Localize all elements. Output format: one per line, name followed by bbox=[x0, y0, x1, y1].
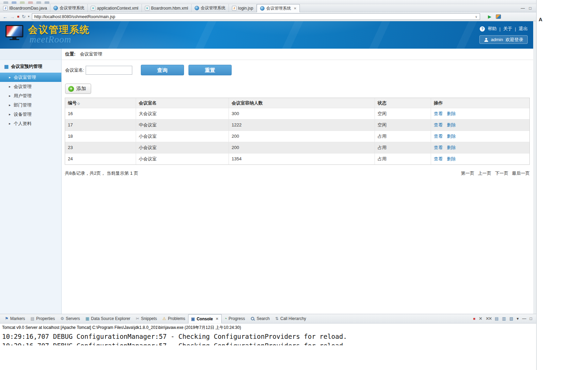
stray-label: A bbox=[539, 16, 542, 22]
browser-toolbar: ← → ■ ↻ ▾ ∨ ▶ bbox=[0, 12, 536, 21]
logout-link[interactable]: 退出 bbox=[519, 26, 528, 32]
view-link[interactable]: 查看 bbox=[434, 134, 443, 139]
delete-link[interactable]: 删除 bbox=[447, 111, 456, 116]
remove-all-launches-icon[interactable]: ✕✕ bbox=[486, 316, 491, 321]
view-link[interactable]: 查看 bbox=[434, 122, 443, 127]
breadcrumb-value: 会议室管理 bbox=[80, 51, 102, 57]
reset-button[interactable]: 重置 bbox=[188, 65, 232, 75]
close-icon[interactable]: ✕ bbox=[216, 317, 218, 321]
back-icon[interactable]: ← bbox=[3, 14, 8, 19]
view-link[interactable]: 查看 bbox=[434, 145, 443, 150]
room-name-label: 会议室名: bbox=[65, 67, 84, 73]
help-link[interactable]: 帮助 bbox=[488, 26, 497, 32]
tab-search[interactable]: Search bbox=[248, 314, 272, 323]
cell-id: 18 bbox=[65, 131, 136, 142]
refresh-icon[interactable]: ↻ bbox=[22, 14, 26, 19]
go-icon[interactable]: ▶ bbox=[488, 14, 491, 19]
nav-separator: | bbox=[515, 26, 516, 32]
minimize-icon[interactable]: — bbox=[521, 6, 525, 11]
view-maximize-icon[interactable]: □ bbox=[530, 316, 532, 321]
close-icon[interactable]: ✕ bbox=[294, 7, 296, 10]
cell-operations: 查看删除 bbox=[431, 153, 529, 164]
sidebar-item-device-mgmt[interactable]: ▸ 设备管理 bbox=[0, 110, 61, 119]
maximize-icon[interactable]: □ bbox=[529, 6, 531, 11]
sidebar-item-label: 用户管理 bbox=[14, 93, 32, 98]
view-minimize-icon[interactable]: — bbox=[522, 316, 526, 321]
table-row: 24 小会议室 1354 占用 查看删除 bbox=[65, 153, 529, 164]
cell-room-name: 小会议室 bbox=[136, 131, 229, 142]
eclipse-window: J IBoardroomDao.java 会议管理系统 X applicatio… bbox=[0, 0, 537, 370]
editor-tab-iboardroomdao[interactable]: J IBoardroomDao.java bbox=[0, 4, 50, 12]
editor-tab-meeting-system-1[interactable]: 会议管理系统 bbox=[50, 4, 88, 12]
last-page-link[interactable]: 最后一页 bbox=[512, 171, 530, 176]
tab-progress[interactable]: ◔ Progress bbox=[222, 314, 248, 323]
view-menu-icon[interactable]: ▾ bbox=[517, 316, 519, 321]
forward-icon[interactable]: → bbox=[10, 14, 15, 19]
editor-tab-applicationcontext[interactable]: X applicationContext.xml bbox=[88, 4, 142, 12]
remove-launch-icon[interactable]: ✕ bbox=[479, 316, 482, 321]
delete-link[interactable]: 删除 bbox=[447, 134, 456, 139]
stop-icon[interactable]: ■ bbox=[17, 15, 20, 18]
editor-tab-meeting-system-active[interactable]: 会议管理系统 ✕ bbox=[257, 4, 300, 12]
chevron-down-icon[interactable]: ▾ bbox=[28, 15, 30, 18]
delete-link[interactable]: 删除 bbox=[447, 122, 456, 127]
sidebar-item-user-mgmt[interactable]: ▸ 用户管理 bbox=[0, 91, 61, 100]
tab-call-hierarchy[interactable]: ⇅ Call Hierarchy bbox=[272, 314, 309, 323]
toolbar-icon-sliver bbox=[3, 1, 8, 4]
console-view[interactable]: Tomcat v9.0 Server at localhost [Apache … bbox=[0, 324, 536, 370]
web-page-icon bbox=[260, 6, 265, 11]
sidebar-item-department-mgmt[interactable]: ▸ 部门管理 bbox=[0, 100, 61, 110]
sidebar-item-profile[interactable]: ▸ 个人资料 bbox=[0, 119, 61, 128]
first-page-link[interactable]: 第一页 bbox=[461, 171, 474, 176]
delete-link[interactable]: 删除 bbox=[447, 145, 456, 150]
sort-icon[interactable]: ◇ bbox=[77, 102, 80, 105]
tab-console[interactable]: ▣ Console ✕ bbox=[188, 314, 222, 323]
cell-capacity: 1354 bbox=[229, 153, 375, 164]
add-button[interactable]: + 添加 bbox=[65, 84, 91, 94]
sidebar-item-meeting-mgmt[interactable]: ▸ 会议管理 bbox=[0, 82, 61, 91]
url-input[interactable] bbox=[33, 14, 474, 19]
clear-console-icon[interactable]: ▤ bbox=[495, 316, 499, 321]
room-name-input[interactable] bbox=[86, 66, 132, 75]
sidebar-item-label: 会议管理 bbox=[14, 84, 32, 89]
query-button[interactable]: 查询 bbox=[141, 65, 184, 75]
table-row: 18 小会议室 200 占用 查看删除 bbox=[65, 131, 529, 142]
terminate-icon[interactable]: ■ bbox=[473, 317, 476, 321]
view-link[interactable]: 查看 bbox=[434, 156, 443, 161]
sidebar-item-label: 个人资料 bbox=[14, 121, 32, 126]
arrow-right-icon: ▸ bbox=[9, 100, 11, 110]
url-dropdown-icon[interactable]: ∨ bbox=[474, 15, 479, 18]
scroll-lock-icon[interactable]: ▥ bbox=[502, 316, 506, 321]
pin-console-icon[interactable]: ▧ bbox=[509, 316, 513, 321]
editor-tab-meeting-system-2[interactable]: 会议管理系统 bbox=[192, 4, 229, 12]
console-process-title: Tomcat v9.0 Server at localhost [Apache … bbox=[0, 324, 536, 331]
tab-servers[interactable]: ⚙ Servers bbox=[58, 314, 83, 323]
user-badge: admin 欢迎登录 bbox=[479, 35, 528, 44]
delete-link[interactable]: 删除 bbox=[447, 156, 456, 161]
editor-tab-label: 会议管理系统 bbox=[201, 5, 225, 11]
open-external-browser-icon[interactable] bbox=[496, 14, 501, 19]
editor-tab-login-jsp[interactable]: J login.jsp bbox=[229, 4, 257, 12]
tab-snippets[interactable]: ✂ Snippets bbox=[133, 314, 160, 323]
about-link[interactable]: 关于 bbox=[503, 26, 512, 32]
search-form: 会议室名: 查询 重置 bbox=[65, 65, 533, 75]
view-link[interactable]: 查看 bbox=[434, 111, 443, 116]
editor-tab-boardroom-hbm[interactable]: X Boardroom.hbm.xml bbox=[142, 4, 192, 12]
tab-markers[interactable]: ⚑ Markers bbox=[2, 314, 28, 323]
tab-data-source-explorer[interactable]: ▦ Data Source Explorer bbox=[83, 314, 133, 323]
editor-tab-bar: J IBoardroomDao.java 会议管理系统 X applicatio… bbox=[0, 4, 536, 12]
column-header-id[interactable]: 编号◇ bbox=[65, 98, 136, 108]
tab-problems[interactable]: ⚠ Problems bbox=[160, 314, 188, 323]
sidebar-item-meeting-room-mgmt[interactable]: ▸ 会议室管理 bbox=[0, 73, 61, 82]
pagination: 共8条记录，共2页， 当前显示第 1 页 第一页 上一页 下一页 最后一页 bbox=[65, 170, 530, 176]
search-icon bbox=[250, 317, 255, 321]
prev-page-link[interactable]: 上一页 bbox=[478, 171, 491, 176]
next-page-link[interactable]: 下一页 bbox=[495, 171, 508, 176]
xml-file-icon: X bbox=[91, 6, 95, 11]
breadcrumb: 位置: 会议室管理 bbox=[62, 49, 533, 60]
markers-icon: ⚑ bbox=[5, 317, 9, 321]
editor-tab-label: applicationContext.xml bbox=[97, 6, 138, 11]
web-page-icon bbox=[53, 6, 58, 10]
tab-properties[interactable]: ▤ Properties bbox=[28, 314, 58, 323]
table-row: 23 小会议室 200 占用 查看删除 bbox=[65, 142, 529, 153]
